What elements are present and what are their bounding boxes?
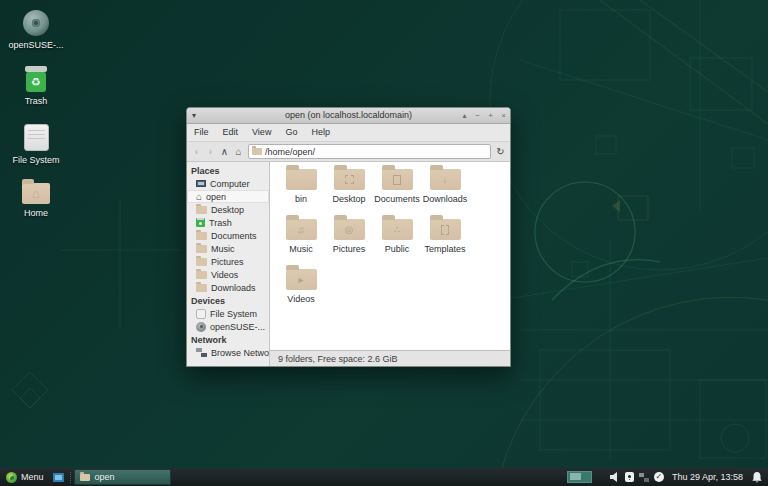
disc-icon <box>23 10 49 36</box>
desktop-icon-label: Home <box>24 208 48 218</box>
network-icon <box>196 348 207 357</box>
folder-icon <box>252 148 262 155</box>
menu-view[interactable]: View <box>245 124 278 141</box>
folder-icon <box>196 271 207 279</box>
computer-icon <box>196 180 206 187</box>
sidebar-item-label: File System <box>210 309 257 319</box>
volume-icon[interactable] <box>610 472 620 482</box>
file-videos[interactable]: ▸ Videos <box>277 269 325 319</box>
close-button[interactable]: × <box>497 108 510 123</box>
sidebar-item-label: Documents <box>211 231 257 241</box>
file-label: Music <box>289 244 313 254</box>
task-button-open[interactable]: open <box>74 469 171 485</box>
home-button[interactable]: ⌂ <box>232 143 245 160</box>
path-text: /home/open/ <box>265 147 315 157</box>
applications-menu-button[interactable]: Menu <box>0 468 50 486</box>
file-label: Videos <box>287 294 314 304</box>
updates-check-icon[interactable]: ✓ <box>654 472 664 482</box>
folder-icon: ∴ <box>382 219 413 240</box>
file-public[interactable]: ∴ Public <box>373 219 421 269</box>
disc-icon <box>196 322 206 332</box>
share-glyph: ∴ <box>394 225 400 235</box>
sidebar-item-pictures[interactable]: Pictures <box>187 255 269 268</box>
opensuse-logo-icon <box>6 472 17 483</box>
desktop-icon-file-system[interactable]: File System <box>4 124 68 165</box>
file-music[interactable]: ♫ Music <box>277 219 325 269</box>
folder-icon <box>196 206 207 214</box>
refresh-button[interactable]: ↻ <box>494 143 507 160</box>
folder-icon: ◎ <box>334 219 365 240</box>
notifications-bell-icon[interactable] <box>752 472 762 483</box>
menu-file[interactable]: File <box>187 124 216 141</box>
sidebar-header-devices: Devices <box>187 294 269 307</box>
desktop: openSUSE-... ♻ Trash File System ⌂ Home … <box>0 0 768 486</box>
file-label: bin <box>295 194 307 204</box>
camera-glyph: ◎ <box>345 225 354 235</box>
lock-keyring-icon[interactable] <box>625 472 634 482</box>
desktop-icon-label: openSUSE-... <box>8 40 63 50</box>
folder-icon <box>382 169 413 190</box>
show-desktop-icon[interactable] <box>53 473 64 482</box>
path-field[interactable]: /home/open/ <box>248 144 491 159</box>
sidebar-item-documents[interactable]: Documents <box>187 229 269 242</box>
window-menu-icon[interactable]: ▾ <box>187 108 201 123</box>
trash-icon <box>196 218 205 227</box>
drive-icon <box>196 309 206 319</box>
sidebar-item-label: Pictures <box>211 257 244 267</box>
clock[interactable]: Thu 29 Apr, 13:58 <box>672 472 743 482</box>
sidebar-item-label: Downloads <box>211 283 256 293</box>
task-label: open <box>95 472 115 482</box>
network-tray-icon[interactable] <box>639 473 649 482</box>
file-label: Pictures <box>333 244 366 254</box>
maximize-button[interactable]: + <box>484 108 497 123</box>
sidebar-item-trash[interactable]: Trash <box>187 216 269 229</box>
workspace-window-thumb <box>570 473 581 480</box>
file-bin[interactable]: bin <box>277 169 325 219</box>
file-label: Desktop <box>332 194 365 204</box>
sidebar-item-label: Trash <box>209 218 232 228</box>
folder-icon: ▸ <box>286 269 317 290</box>
sidebar-header-places: Places <box>187 164 269 177</box>
sidebar-item-browse-network[interactable]: Browse Network <box>187 346 269 359</box>
sidebar-item-opensuse-volume[interactable]: openSUSE-... ⏏ <box>187 320 269 333</box>
home-icon: ⌂ <box>196 192 202 202</box>
menu-edit[interactable]: Edit <box>216 124 246 141</box>
file-manager-window: ▾ open (on localhost.localdomain) ▴ − + … <box>186 107 511 367</box>
desktop-icon-trash[interactable]: ♻ Trash <box>4 66 68 106</box>
sidebar-item-file-system[interactable]: File System <box>187 307 269 320</box>
file-templates[interactable]: Templates <box>421 219 469 269</box>
sidebar-item-label: Browse Network <box>211 348 270 358</box>
forward-button[interactable]: › <box>204 143 217 160</box>
minimize-button[interactable]: − <box>471 108 484 123</box>
sidebar-item-videos[interactable]: Videos <box>187 268 269 281</box>
sidebar-item-open[interactable]: ⌂ open <box>187 190 269 203</box>
folder-icon <box>196 284 207 292</box>
sidebar-item-label: Desktop <box>211 205 244 215</box>
menu-help[interactable]: Help <box>304 124 337 141</box>
sidebar: Places Computer ⌂ open Desktop Trash <box>187 162 270 366</box>
folder-icon <box>196 245 207 253</box>
file-documents[interactable]: Documents <box>373 169 421 219</box>
file-desktop[interactable]: Desktop <box>325 169 373 219</box>
up-button[interactable]: ∧ <box>218 143 231 160</box>
toolbar: ‹ › ∧ ⌂ /home/open/ ↻ <box>187 142 510 162</box>
menu-go[interactable]: Go <box>278 124 304 141</box>
back-button[interactable]: ‹ <box>190 143 203 160</box>
workspace-switcher[interactable] <box>567 471 592 483</box>
folder-icon <box>80 474 90 481</box>
shade-button[interactable]: ▴ <box>458 108 471 123</box>
sidebar-item-downloads[interactable]: Downloads <box>187 281 269 294</box>
document-page-glyph <box>393 175 401 185</box>
sidebar-item-computer[interactable]: Computer <box>187 177 269 190</box>
sidebar-item-music[interactable]: Music <box>187 242 269 255</box>
video-glyph: ▸ <box>298 275 303 285</box>
folder-icon: ♫ <box>286 219 317 240</box>
file-pictures[interactable]: ◎ Pictures <box>325 219 373 269</box>
sidebar-item-desktop[interactable]: Desktop <box>187 203 269 216</box>
sidebar-item-label: Computer <box>210 179 250 189</box>
desktop-icon-opensuse-volume[interactable]: openSUSE-... <box>4 10 68 50</box>
desktop-icon-label: Trash <box>25 96 48 106</box>
file-downloads[interactable]: ↓ Downloads <box>421 169 469 219</box>
desktop-icon-home[interactable]: ⌂ Home <box>4 183 68 218</box>
titlebar[interactable]: ▾ open (on localhost.localdomain) ▴ − + … <box>187 108 510 124</box>
